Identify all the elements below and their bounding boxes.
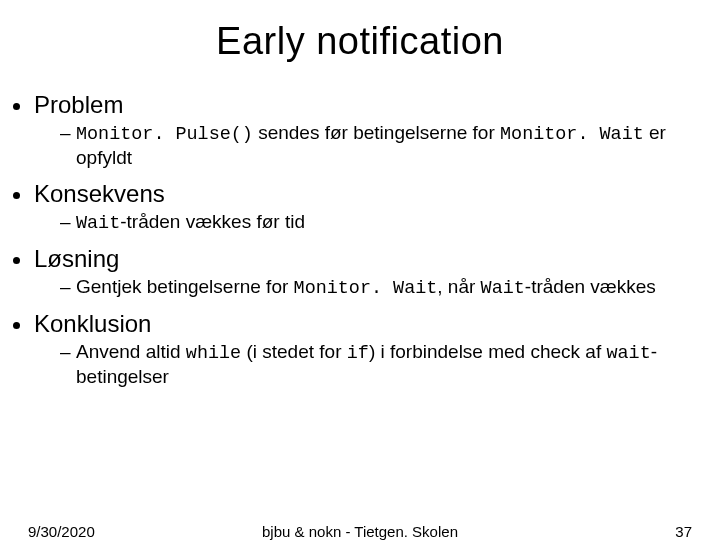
bullet-label: Problem (34, 91, 123, 118)
bullet-konklusion: Konklusion Anvend altid while (i stedet … (34, 310, 720, 389)
code-text: wait (607, 343, 651, 364)
code-text: Wait (481, 278, 525, 299)
code-text: Monitor. Pulse() (76, 124, 253, 145)
bullet-label: Løsning (34, 245, 119, 272)
body-text: ) i forbindelse med check af (369, 341, 607, 362)
code-text: Monitor. Wait (500, 124, 644, 145)
slide: Early notification Problem Monitor. Puls… (0, 20, 720, 540)
body-text: , når (437, 276, 480, 297)
sub-list: Anvend altid while (i stedet for if) i f… (60, 340, 720, 389)
slide-title: Early notification (0, 20, 720, 63)
sub-list: Wait-tråden vækkes før tid (60, 210, 720, 235)
bullet-konsekvens: Konsekvens Wait-tråden vækkes før tid (34, 180, 720, 235)
sub-item: Wait-tråden vækkes før tid (60, 210, 720, 235)
footer-center: bjbu & nokn - Tietgen. Skolen (0, 523, 720, 540)
sub-item: Anvend altid while (i stedet for if) i f… (60, 340, 720, 389)
code-text: Monitor. Wait (294, 278, 438, 299)
body-text: Gentjek betingelserne for (76, 276, 294, 297)
sub-item: Monitor. Pulse() sendes før betingelsern… (60, 121, 720, 170)
sub-list: Gentjek betingelserne for Monitor. Wait,… (60, 275, 720, 300)
body-text: -tråden vækkes (525, 276, 656, 297)
footer-page-number: 37 (675, 523, 692, 540)
body-text: sendes før betingelserne for (253, 122, 500, 143)
bullet-label: Konklusion (34, 310, 151, 337)
bullet-losning: Løsning Gentjek betingelserne for Monito… (34, 245, 720, 300)
code-text: while (186, 343, 241, 364)
bullet-label: Konsekvens (34, 180, 165, 207)
body-text: Anvend altid (76, 341, 186, 362)
code-text: if (347, 343, 369, 364)
code-text: Wait (76, 213, 120, 234)
sub-item: Gentjek betingelserne for Monitor. Wait,… (60, 275, 720, 300)
bullet-list: Problem Monitor. Pulse() sendes før beti… (34, 91, 720, 389)
body-text: -tråden vækkes før tid (120, 211, 305, 232)
body-text: (i stedet for (241, 341, 347, 362)
bullet-problem: Problem Monitor. Pulse() sendes før beti… (34, 91, 720, 170)
sub-list: Monitor. Pulse() sendes før betingelsern… (60, 121, 720, 170)
